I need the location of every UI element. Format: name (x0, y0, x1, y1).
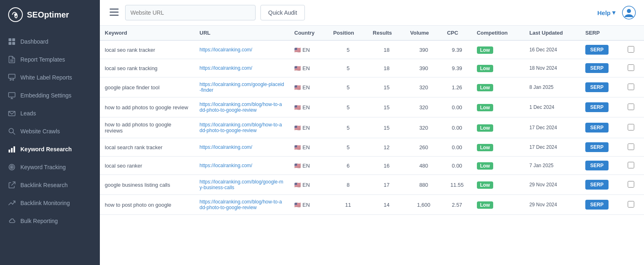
serp-button[interactable]: SERP (585, 82, 609, 92)
svg-point-13 (9, 128, 13, 133)
serp-cell: SERP (580, 157, 623, 175)
competition-badge: Low (477, 181, 493, 189)
row-checkbox[interactable] (628, 144, 634, 150)
grid-icon (8, 38, 15, 45)
position-cell: 5 (328, 117, 368, 138)
volume-cell: 320 (405, 97, 442, 117)
header-right: Help ▾ (597, 6, 636, 20)
cloud-icon (8, 217, 15, 225)
table-header-cell: SERP (580, 26, 623, 40)
user-icon[interactable] (622, 6, 636, 20)
row-checkbox[interactable] (628, 84, 634, 90)
svg-point-20 (11, 167, 13, 168)
row-checkbox[interactable] (628, 181, 634, 188)
serp-button[interactable]: SERP (585, 180, 609, 190)
flag-icon: 🇺🇸 (294, 202, 301, 208)
external-link-icon (8, 181, 15, 189)
quick-audit-button[interactable]: Quick Audit (260, 5, 305, 20)
row-checkbox[interactable] (628, 104, 634, 110)
volume-cell: 390 (405, 59, 442, 77)
keyword-cell: how to post photo on google (100, 195, 195, 215)
results-cell: 18 (368, 40, 406, 59)
competition-badge: Low (477, 162, 493, 170)
sidebar-item-backlink-monitoring[interactable]: Backlink Monitoring (0, 194, 100, 212)
row-checkbox[interactable] (628, 201, 634, 208)
table-row: local search rank tracker https://localr… (100, 138, 644, 157)
serp-button[interactable]: SERP (585, 45, 609, 55)
serp-cell: SERP (580, 195, 623, 215)
competition-cell: Low (472, 138, 525, 157)
help-button[interactable]: Help ▾ (597, 9, 615, 16)
volume-cell: 320 (405, 77, 442, 97)
hamburger-button[interactable] (108, 7, 120, 19)
url-cell: https://localranking.com/ (195, 157, 290, 175)
url-cell: https://localranking.com/google-placeid-… (195, 77, 290, 97)
row-checkbox[interactable] (628, 64, 634, 71)
competition-cell: Low (472, 97, 525, 117)
serp-button[interactable]: SERP (585, 142, 609, 152)
keyword-cell: local search rank tracker (100, 138, 195, 157)
svg-point-26 (627, 9, 631, 13)
serp-button[interactable]: SERP (585, 161, 609, 170)
table-row: how to add photos to google review https… (100, 97, 644, 117)
sidebar-item-dashboard[interactable]: Dashboard (0, 33, 100, 51)
position-cell: 6 (328, 157, 368, 175)
select-cell (623, 59, 644, 77)
date-cell: 8 Jan 2025 (525, 77, 580, 97)
url-cell: https://localranking.com/blog/google-my-… (195, 175, 290, 195)
select-cell (623, 157, 644, 175)
competition-badge: Low (477, 65, 493, 72)
help-label: Help (597, 9, 611, 16)
row-checkbox[interactable] (628, 124, 634, 130)
table-container: KeywordURLCountryPositionResultsVolumeCP… (100, 26, 644, 265)
serp-cell: SERP (580, 40, 623, 59)
row-checkbox[interactable] (628, 162, 634, 168)
sidebar-item-leads[interactable]: Leads (0, 104, 100, 122)
serp-button[interactable]: SERP (585, 200, 609, 210)
serp-button[interactable]: SERP (585, 123, 609, 132)
table-row: google business listing calls https://lo… (100, 175, 644, 195)
help-dropdown-icon: ▾ (612, 9, 615, 16)
svg-rect-16 (11, 148, 13, 152)
select-cell (623, 175, 644, 195)
table-header-cell (623, 26, 644, 40)
table-header-row: KeywordURLCountryPositionResultsVolumeCP… (100, 26, 644, 40)
country-cell: 🇺🇸EN (289, 175, 328, 195)
svg-rect-8 (9, 74, 15, 78)
table-body: local seo rank tracker https://localrank… (100, 40, 644, 215)
url-input[interactable] (125, 5, 256, 20)
sidebar-item-backlink-research[interactable]: Backlink Research (0, 176, 100, 194)
sidebar-item-report-templates[interactable]: Report Templates (0, 51, 100, 68)
sidebar: SEOptimer Dashboard Report Templates Whi… (0, 0, 100, 265)
competition-cell: Low (472, 157, 525, 175)
file-text-icon (8, 56, 15, 63)
position-cell: 5 (328, 59, 368, 77)
volume-cell: 880 (405, 175, 442, 195)
sidebar-item-website-crawls[interactable]: Website Crawls (0, 122, 100, 140)
sidebar-label-embedding-settings: Embedding Settings (20, 92, 71, 99)
sidebar-item-bulk-reporting[interactable]: Bulk Reporting (0, 212, 100, 230)
url-cell: https://localranking.com/ (195, 59, 290, 77)
competition-cell: Low (472, 59, 525, 77)
serp-button[interactable]: SERP (585, 102, 609, 112)
svg-rect-24 (110, 15, 119, 16)
row-checkbox[interactable] (628, 46, 634, 53)
sidebar-item-keyword-research[interactable]: Keyword Research (0, 140, 100, 158)
flag-icon: 🇺🇸 (294, 125, 301, 131)
serp-button[interactable]: SERP (585, 63, 609, 73)
logo-icon (8, 7, 23, 22)
sidebar-item-keyword-tracking[interactable]: Keyword Tracking (0, 158, 100, 176)
sidebar-item-white-label-reports[interactable]: White Label Reports (0, 68, 100, 86)
url-cell: https://localranking.com/ (195, 138, 290, 157)
svg-line-14 (13, 132, 15, 135)
sidebar-label-keyword-research: Keyword Research (20, 146, 72, 152)
date-cell: 17 Dec 2024 (525, 117, 580, 138)
cpc-cell: 9.39 (442, 40, 472, 59)
sidebar-label-website-crawls: Website Crawls (20, 128, 60, 135)
cpc-cell: 0.00 (442, 138, 472, 157)
bar-chart-icon (8, 146, 15, 153)
sidebar-item-embedding-settings[interactable]: Embedding Settings (0, 86, 100, 104)
table-row: how to add photos to google reviews http… (100, 117, 644, 138)
results-cell: 15 (368, 117, 406, 138)
serp-cell: SERP (580, 77, 623, 97)
